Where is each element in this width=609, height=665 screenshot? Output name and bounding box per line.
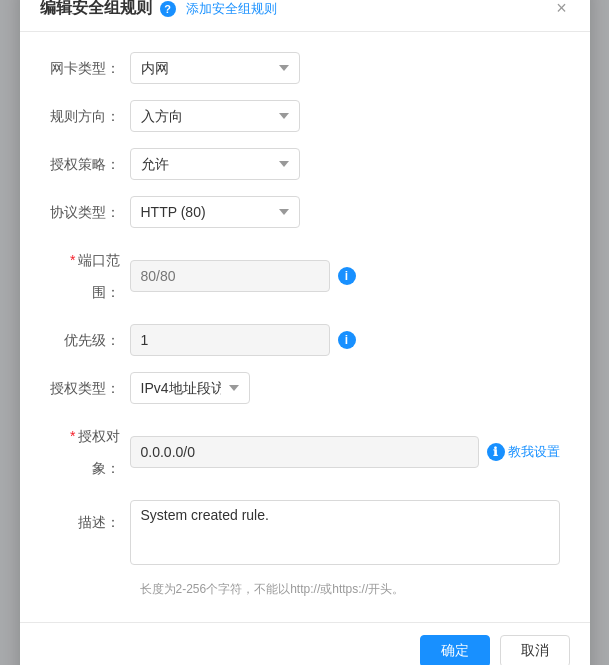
auth-target-control: ℹ 教我设置 — [130, 436, 560, 468]
port-info-icon[interactable]: i — [338, 267, 356, 285]
nic-type-row: 网卡类型： 内网外网 — [50, 52, 560, 84]
protocol-control: HTTP (80)HTTPS (443)TCPUDPALL — [130, 196, 560, 228]
protocol-label: 协议类型： — [50, 196, 130, 228]
priority-row: 优先级： i — [50, 324, 560, 356]
dialog-body: 网卡类型： 内网外网 规则方向： 入方向出方向 授权策略： 允许拒绝 — [20, 32, 590, 614]
nic-type-control: 内网外网 — [130, 52, 560, 84]
desc-row: 描述： System created rule. — [50, 500, 560, 565]
dialog-header: 编辑安全组规则 ? 添加安全组规则 × — [20, 0, 590, 32]
desc-control: System created rule. — [130, 500, 560, 565]
nic-type-label: 网卡类型： — [50, 52, 130, 84]
direction-label: 规则方向： — [50, 100, 130, 132]
auth-policy-label: 授权策略： — [50, 148, 130, 180]
auth-target-input[interactable] — [130, 436, 479, 468]
dialog-footer: 确定 取消 — [20, 622, 590, 665]
auth-type-label: 授权类型： — [50, 372, 130, 404]
dialog-subtitle[interactable]: 添加安全组规则 — [186, 0, 277, 18]
auth-type-select[interactable]: IPv4地址段访问安全组访问 — [130, 372, 250, 404]
priority-info-icon[interactable]: i — [338, 331, 356, 349]
cancel-button[interactable]: 取消 — [500, 635, 570, 665]
auth-policy-control: 允许拒绝 — [130, 148, 560, 180]
protocol-row: 协议类型： HTTP (80)HTTPS (443)TCPUDPALL — [50, 196, 560, 228]
port-range-label: 端口范围： — [50, 244, 130, 308]
close-button[interactable]: × — [550, 0, 574, 20]
priority-control: i — [130, 324, 560, 356]
dialog-overlay: 编辑安全组规则 ? 添加安全组规则 × 网卡类型： 内网外网 规则方向： 入方向… — [0, 0, 609, 665]
confirm-button[interactable]: 确定 — [420, 635, 490, 665]
desc-textarea[interactable]: System created rule. — [130, 500, 560, 565]
auth-target-label: 授权对象： — [50, 420, 130, 484]
direction-select[interactable]: 入方向出方向 — [130, 100, 300, 132]
teach-info-icon: ℹ — [487, 443, 505, 461]
port-range-control: i — [130, 260, 560, 292]
auth-policy-select[interactable]: 允许拒绝 — [130, 148, 300, 180]
auth-target-row: 授权对象： ℹ 教我设置 — [50, 420, 560, 484]
direction-control: 入方向出方向 — [130, 100, 560, 132]
auth-policy-row: 授权策略： 允许拒绝 — [50, 148, 560, 180]
direction-row: 规则方向： 入方向出方向 — [50, 100, 560, 132]
priority-label: 优先级： — [50, 324, 130, 356]
auth-type-control: IPv4地址段访问安全组访问 — [130, 372, 560, 404]
teach-me-link[interactable]: ℹ 教我设置 — [487, 443, 560, 461]
auth-type-row: 授权类型： IPv4地址段访问安全组访问 — [50, 372, 560, 404]
dialog-title: 编辑安全组规则 — [40, 0, 152, 19]
hint-text: 长度为2-256个字符，不能以http://或https://开头。 — [50, 581, 560, 598]
protocol-select[interactable]: HTTP (80)HTTPS (443)TCPUDPALL — [130, 196, 300, 228]
teach-label: 教我设置 — [508, 443, 560, 461]
port-range-input[interactable] — [130, 260, 330, 292]
help-icon: ? — [160, 1, 176, 17]
edit-security-group-dialog: 编辑安全组规则 ? 添加安全组规则 × 网卡类型： 内网外网 规则方向： 入方向… — [20, 0, 590, 665]
desc-label: 描述： — [50, 500, 130, 538]
priority-input[interactable] — [130, 324, 330, 356]
nic-type-select[interactable]: 内网外网 — [130, 52, 300, 84]
port-range-row: 端口范围： i — [50, 244, 560, 308]
